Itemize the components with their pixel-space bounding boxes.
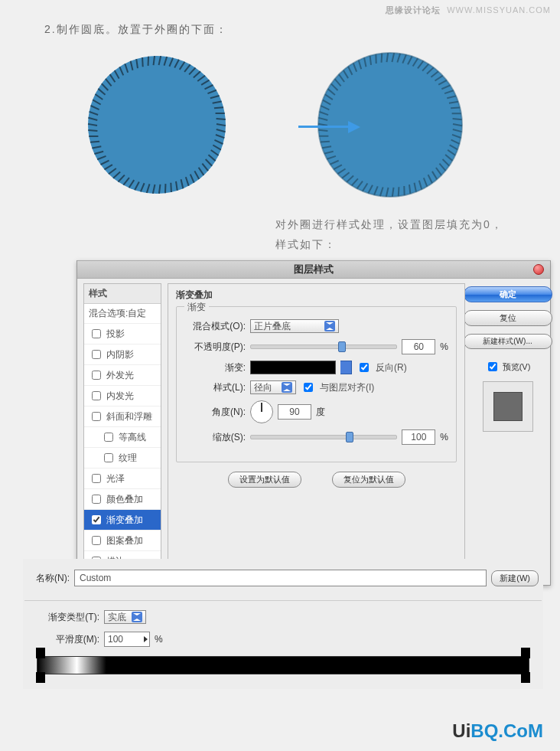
scale-value[interactable]: 100 — [402, 429, 435, 445]
new-gradient-button[interactable]: 新建(W) — [491, 570, 539, 586]
caption-line2: 样式如下： — [275, 234, 503, 254]
style-item-checkbox[interactable] — [92, 371, 101, 380]
watermark-cn: 思缘设计论坛 — [386, 5, 441, 15]
percent-unit: % — [155, 634, 163, 645]
style-item-10[interactable]: 图案叠加 — [84, 531, 161, 551]
smoothness-input[interactable]: 100 — [104, 632, 150, 647]
style-item-checkbox[interactable] — [92, 350, 101, 359]
style-item-label: 投影 — [106, 328, 125, 341]
blend-options-row[interactable]: 混合选项:自定 — [84, 304, 161, 324]
style-item-checkbox[interactable] — [92, 329, 101, 338]
style-item-3[interactable]: 内发光 — [84, 386, 161, 407]
dialog-titlebar[interactable]: 图层样式 — [77, 260, 550, 279]
style-item-4[interactable]: 斜面和浮雕 — [84, 407, 161, 427]
illustration — [69, 44, 490, 205]
color-stop-left[interactable] — [36, 672, 45, 683]
angle-value[interactable]: 90 — [278, 404, 311, 420]
style-item-checkbox[interactable] — [92, 474, 101, 483]
name-label: 名称(N): — [28, 572, 70, 585]
make-default-button[interactable]: 设置为默认值 — [228, 472, 301, 488]
style-item-checkbox[interactable] — [92, 495, 101, 504]
align-checkbox[interactable] — [304, 383, 313, 392]
style-item-checkbox[interactable] — [104, 453, 113, 462]
scale-slider[interactable] — [250, 435, 397, 439]
reset-button[interactable]: 复位 — [464, 310, 552, 326]
blend-mode-value: 正片叠底 — [254, 320, 291, 333]
opacity-label: 不透明度(P): — [184, 341, 246, 354]
new-style-button[interactable]: 新建样式(W)... — [464, 334, 552, 349]
style-item-9[interactable]: 渐变叠加 — [84, 510, 161, 531]
dropdown-icon — [132, 612, 142, 622]
style-value: 径向 — [254, 381, 272, 394]
gradient-label: 渐变: — [184, 361, 246, 374]
blend-mode-select[interactable]: 正片叠底 — [250, 319, 339, 333]
style-item-label: 颜色叠加 — [106, 493, 143, 506]
watermark-top: 思缘设计论坛 WWW.MISSYUAN.COM — [386, 5, 551, 16]
svg-line-72 — [217, 119, 226, 119]
dropdown-icon — [282, 382, 292, 393]
svg-line-127 — [382, 54, 383, 63]
name-input[interactable]: Custom — [74, 570, 487, 586]
opacity-slider[interactable] — [250, 344, 397, 349]
style-item-checkbox[interactable] — [92, 391, 101, 400]
svg-line-146 — [453, 119, 462, 119]
blend-mode-label: 混合模式(O): — [184, 320, 246, 333]
svg-line-53 — [142, 57, 143, 67]
gradient-type-value: 实底 — [108, 611, 126, 624]
svg-line-88 — [409, 184, 410, 194]
dropdown-icon — [324, 321, 335, 331]
style-item-checkbox[interactable] — [92, 412, 101, 421]
style-item-5[interactable]: 等高线 — [84, 427, 161, 448]
percent-unit: % — [440, 341, 448, 352]
style-item-2[interactable]: 外发光 — [84, 365, 161, 386]
smoothness-label: 平滑度(M): — [31, 633, 99, 646]
svg-line-144 — [451, 107, 460, 108]
style-item-label: 等高线 — [119, 431, 146, 444]
preview-checkbox[interactable] — [488, 362, 497, 371]
circles-svg — [69, 44, 490, 205]
svg-line-37 — [88, 130, 97, 131]
opacity-stop-right[interactable] — [521, 648, 530, 658]
style-item-7[interactable]: 光泽 — [84, 469, 161, 489]
preview-label: 预览(V) — [503, 361, 531, 373]
style-item-checkbox[interactable] — [104, 433, 113, 442]
dialog-side: 确定 复位 新建样式(W)... 预览(V) — [471, 283, 544, 573]
gradient-swatch[interactable] — [250, 361, 336, 374]
style-item-6[interactable]: 纹理 — [84, 448, 161, 469]
reverse-checkbox[interactable] — [360, 363, 369, 372]
ok-button[interactable]: 确定 — [464, 286, 552, 302]
gradient-strip[interactable] — [37, 656, 529, 674]
watermark-bottom: UiBQ.CoM — [452, 720, 543, 742]
gradient-type-select[interactable]: 实底 — [104, 610, 146, 624]
style-select[interactable]: 径向 — [250, 380, 296, 394]
gradient-type-label: 渐变类型(T): — [31, 611, 99, 624]
style-item-1[interactable]: 内阴影 — [84, 344, 161, 365]
preview-inner — [493, 392, 523, 421]
style-item-label: 内发光 — [106, 390, 134, 403]
dialog-title: 图层样式 — [77, 263, 550, 276]
angle-dial[interactable] — [250, 400, 273, 423]
svg-line-70 — [214, 107, 223, 108]
opacity-stop-left[interactable] — [36, 648, 45, 658]
opacity-value[interactable]: 60 — [402, 339, 435, 354]
caption-line1: 对外圈进行样式处理，设置图层填充为0， — [275, 214, 503, 234]
style-item-label: 斜面和浮雕 — [106, 410, 152, 423]
svg-line-125 — [370, 56, 371, 65]
percent-unit: % — [440, 432, 448, 442]
svg-line-35 — [90, 142, 99, 142]
style-item-8[interactable]: 颜色叠加 — [84, 489, 161, 510]
gradient-editor: 名称(N): Custom 新建(W) 渐变类型(T): 实底 平滑度(M): … — [23, 559, 543, 689]
style-item-checkbox[interactable] — [92, 536, 101, 545]
color-stop-right[interactable] — [521, 672, 530, 683]
align-label: 与图层对齐(I) — [320, 381, 374, 394]
settings-panel: 渐变叠加 渐变 混合模式(O): 正片叠底 不透明度(P): 60 — [168, 283, 465, 573]
reset-default-button[interactable]: 复位为默认值 — [332, 472, 405, 488]
style-item-checkbox[interactable] — [92, 515, 101, 524]
svg-line-90 — [399, 187, 399, 196]
gradient-fieldset: 渐变 混合模式(O): 正片叠底 不透明度(P): 60 % — [176, 306, 457, 462]
close-icon[interactable] — [533, 264, 544, 275]
stepper-icon — [144, 636, 148, 642]
svg-line-18 — [171, 183, 171, 192]
style-item-0[interactable]: 投影 — [84, 324, 161, 344]
gradient-picker-icon[interactable] — [340, 361, 352, 374]
